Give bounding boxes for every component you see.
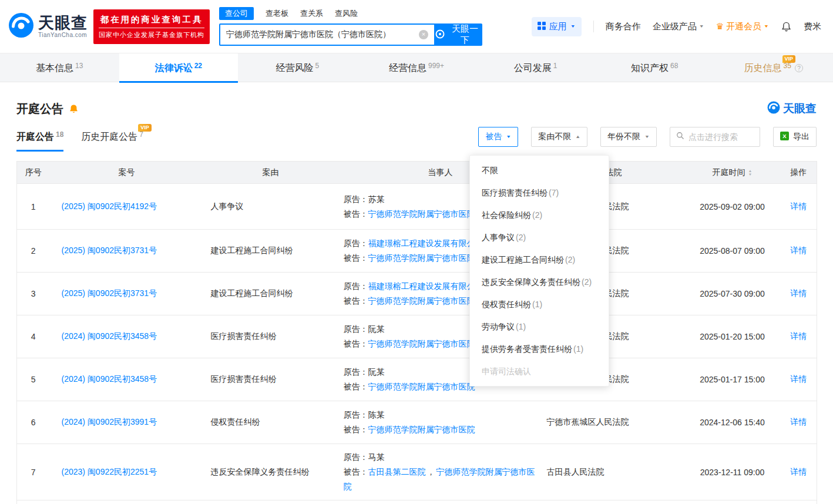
party-name-link[interactable]: 福建璟榕工程建设发展有限公司: [368, 281, 483, 291]
party-name: 陈某: [368, 410, 385, 419]
company-tab[interactable]: 经营风险5: [238, 53, 357, 83]
case-number-link[interactable]: (2024) 闽0902民初3991号: [62, 417, 157, 426]
party-filter-button[interactable]: 被告 ▼: [478, 127, 518, 147]
export-button[interactable]: X 导出: [773, 127, 817, 147]
list-search-box: [670, 127, 760, 147]
case-number-link[interactable]: (2024) 闽0902民初3458号: [62, 374, 157, 384]
case-number-link[interactable]: (2025) 闽0902民初3731号: [62, 288, 157, 298]
company-tab-count: 999+: [428, 62, 444, 70]
promo-line2: 国家中小企业发展子基金旗下机构: [99, 31, 204, 39]
detail-link[interactable]: 详情: [790, 201, 807, 211]
company-tab-count: 35: [784, 62, 791, 70]
cause-filter-button[interactable]: 案由不限 ▲: [531, 127, 587, 147]
cause-option[interactable]: 不限: [470, 159, 609, 182]
subtab[interactable]: 历史开庭公告VIP7: [81, 131, 143, 152]
tianyancha-logo[interactable]: 天眼查 TianYanCha.com: [8, 12, 88, 41]
sort-asc-icon: ▲: [748, 169, 753, 172]
cause-option[interactable]: 医疗损害责任纠纷(7): [470, 182, 609, 204]
table-row: 5(2024) 闽0902民初3458号医疗损害责任纠纷原告：阮某被告：宁德师范…: [17, 358, 817, 401]
party-name-link[interactable]: 宁德师范学院附属宁德市医院: [368, 296, 475, 305]
list-search-input[interactable]: [688, 132, 754, 142]
row-index: 4: [17, 315, 50, 358]
chevron-down-icon: ▼: [506, 135, 511, 139]
cause-option-count: (1): [516, 322, 526, 331]
detail-link[interactable]: 详情: [790, 417, 807, 426]
cause-option-count: (2): [532, 210, 542, 220]
nav-enterprise-link[interactable]: 企业级产品 ▼: [653, 21, 704, 32]
main-content: 开庭公告 天眼查 开庭公告18历史开庭公告VIP7 被告 ▼ 案由不限 ▲ 年份…: [0, 100, 833, 504]
col-header-case-number: 案号: [50, 162, 204, 184]
company-tab-label: 历史信息: [744, 62, 782, 75]
nav-divider: [593, 21, 594, 32]
logo-name: 天眼查: [38, 15, 88, 31]
party-name-link[interactable]: 宁德师范学院附属宁德市医院: [368, 339, 475, 348]
export-label: 导出: [793, 132, 810, 142]
case-number-link[interactable]: (2025) 闽0902民初4192号: [62, 201, 157, 211]
filter-bar: 被告 ▼ 案由不限 ▲ 年份不限 ▼ X 导出: [478, 127, 817, 152]
apps-menu-button[interactable]: 应用 ▼: [532, 17, 582, 36]
year-filter-button[interactable]: 年份不限 ▼: [600, 127, 657, 147]
hearing-table: 序号 案号 案由 当事人 法院 开庭时间 ▲ ▼ 操作 1(2025) 闽0: [16, 161, 817, 504]
party-role-label: 被告：: [344, 382, 368, 391]
party-name-link[interactable]: 古田县第二医院: [368, 467, 426, 476]
company-search-input[interactable]: [226, 30, 419, 39]
subtab-count: 7: [139, 130, 143, 139]
nav-cooperation-label: 商务合作: [606, 21, 641, 32]
search-tab[interactable]: 查关系: [300, 7, 323, 20]
search-tab[interactable]: 查风险: [335, 7, 358, 20]
search-tab[interactable]: 查公司: [219, 7, 254, 20]
detail-link[interactable]: 详情: [790, 288, 807, 298]
question-icon[interactable]: ?: [795, 64, 803, 72]
notification-bell-icon[interactable]: [781, 21, 792, 32]
case-number-link[interactable]: (2025) 闽0902民初3731号: [62, 246, 157, 255]
search-tab[interactable]: 查老板: [266, 7, 288, 20]
company-tab-count: 5: [315, 62, 320, 70]
company-tab[interactable]: 公司发展1: [476, 53, 595, 83]
party-name-link[interactable]: 宁德师范学院附属宁德市医院: [368, 425, 475, 434]
company-tab[interactable]: 法律诉讼22: [119, 53, 239, 83]
subtab[interactable]: 开庭公告18: [16, 131, 63, 152]
cause-option[interactable]: 劳动争议(1): [470, 315, 609, 338]
company-tab-count: 13: [75, 62, 83, 70]
cause-option-count: (2): [565, 255, 575, 264]
detail-link[interactable]: 详情: [790, 467, 807, 476]
cause-option[interactable]: 侵权责任纠纷(1): [470, 293, 609, 315]
subscribe-bell-icon[interactable]: [69, 104, 79, 114]
row-index: 5: [17, 358, 50, 401]
party-role-label: 原告：: [344, 452, 368, 462]
case-number-link[interactable]: (2024) 闽0902民初3458号: [62, 331, 157, 341]
cause-option[interactable]: 社会保险纠纷(2): [470, 204, 609, 226]
clear-icon[interactable]: ×: [419, 30, 428, 39]
cause-option[interactable]: 建设工程施工合同纠纷(2): [470, 248, 609, 271]
hearing-time: 2025-09-02 09:00: [684, 184, 781, 230]
search-button[interactable]: 天眼一下: [435, 23, 482, 46]
case-number-link[interactable]: (2023) 闽0922民初2251号: [62, 467, 157, 476]
nav-cooperation-link[interactable]: 商务合作: [606, 21, 641, 32]
detail-link[interactable]: 详情: [790, 331, 807, 341]
company-tab[interactable]: 基本信息13: [0, 53, 119, 83]
party-name-link[interactable]: 宁德师范学院附属宁德市医院: [368, 382, 475, 391]
company-tab-label: 知识产权: [631, 62, 669, 75]
watermark-brand-name: 天眼查: [783, 101, 817, 116]
party-role-label: 被告：: [344, 467, 368, 476]
user-menu[interactable]: 费米: [804, 21, 821, 32]
party-role-label: 原告：: [344, 238, 368, 248]
cause-option[interactable]: 人事争议(2): [470, 226, 609, 248]
party-name-link[interactable]: 宁德师范学院附属宁德市医院: [368, 209, 475, 219]
cause-option[interactable]: 提供劳务者受害责任纠纷(1): [470, 338, 609, 360]
cause-filter-label: 案由不限: [538, 132, 571, 142]
cause-option[interactable]: 违反安全保障义务责任纠纷(2): [470, 271, 609, 293]
hearing-time: 2025-08-07 09:00: [684, 230, 781, 273]
company-tab[interactable]: 知识产权68: [595, 53, 714, 83]
tianyancha-logo-icon: [8, 12, 34, 41]
company-tab[interactable]: 经营信息999+: [357, 53, 476, 83]
nav-membership-link[interactable]: ♛ 开通会员 ▼: [716, 21, 769, 32]
cause-option-label: 医疗损害责任纠纷: [482, 188, 548, 197]
party-name-link[interactable]: 宁德师范学院附属宁德市医院: [368, 253, 475, 263]
detail-link[interactable]: 详情: [790, 374, 807, 384]
company-tab[interactable]: 历史信息VIP35?: [714, 53, 833, 83]
sort-icon[interactable]: ▲ ▼: [748, 169, 753, 176]
detail-link[interactable]: 详情: [790, 246, 807, 255]
cause-option-label: 提供劳务者受害责任纠纷: [482, 344, 572, 354]
party-name-link[interactable]: 福建璟榕工程建设发展有限公司: [368, 238, 483, 248]
